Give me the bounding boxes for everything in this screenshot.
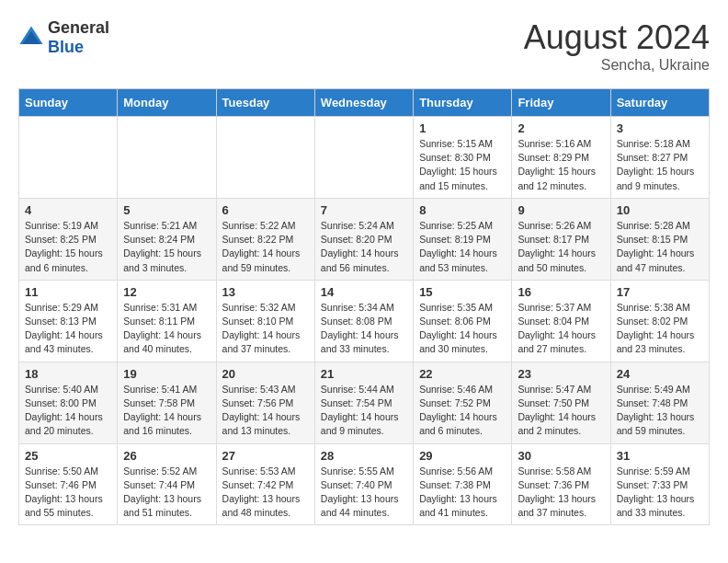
day-info: Sunrise: 5:18 AMSunset: 8:27 PMDaylight:… bbox=[617, 137, 703, 193]
day-info: Sunrise: 5:53 AMSunset: 7:42 PMDaylight:… bbox=[222, 465, 309, 521]
day-number: 6 bbox=[222, 203, 309, 217]
calendar-cell: 12Sunrise: 5:31 AMSunset: 8:11 PMDayligh… bbox=[118, 280, 216, 362]
day-info: Sunrise: 5:52 AMSunset: 7:44 PMDaylight:… bbox=[123, 465, 210, 521]
calendar-cell: 23Sunrise: 5:47 AMSunset: 7:50 PMDayligh… bbox=[512, 362, 610, 443]
calendar-cell: 13Sunrise: 5:32 AMSunset: 8:10 PMDayligh… bbox=[216, 280, 314, 362]
day-number: 23 bbox=[518, 367, 604, 381]
day-number: 5 bbox=[123, 203, 210, 217]
day-of-week-header: Tuesday bbox=[216, 89, 314, 117]
day-number: 4 bbox=[25, 203, 111, 217]
calendar-cell: 26Sunrise: 5:52 AMSunset: 7:44 PMDayligh… bbox=[118, 443, 216, 525]
calendar-cell: 2Sunrise: 5:16 AMSunset: 8:29 PMDaylight… bbox=[512, 117, 610, 199]
day-number: 27 bbox=[222, 449, 309, 463]
day-info: Sunrise: 5:40 AMSunset: 8:00 PMDaylight:… bbox=[25, 383, 111, 439]
calendar-cell: 21Sunrise: 5:44 AMSunset: 7:54 PMDayligh… bbox=[314, 362, 413, 443]
day-number: 24 bbox=[617, 367, 703, 381]
day-number: 9 bbox=[518, 203, 604, 217]
title-block: August 2024 Sencha, Ukraine bbox=[524, 18, 710, 74]
calendar-cell: 16Sunrise: 5:37 AMSunset: 8:04 PMDayligh… bbox=[512, 280, 610, 362]
day-number: 11 bbox=[25, 285, 111, 299]
day-number: 22 bbox=[419, 367, 506, 381]
day-number: 31 bbox=[617, 449, 703, 463]
logo-icon bbox=[18, 25, 44, 51]
calendar-cell: 5Sunrise: 5:21 AMSunset: 8:24 PMDaylight… bbox=[118, 198, 216, 280]
calendar-week-row: 11Sunrise: 5:29 AMSunset: 8:13 PMDayligh… bbox=[19, 280, 710, 362]
day-info: Sunrise: 5:34 AMSunset: 8:08 PMDaylight:… bbox=[321, 301, 407, 357]
day-info: Sunrise: 5:56 AMSunset: 7:38 PMDaylight:… bbox=[419, 465, 506, 521]
day-of-week-header: Thursday bbox=[414, 89, 512, 117]
calendar-cell: 17Sunrise: 5:38 AMSunset: 8:02 PMDayligh… bbox=[610, 280, 709, 362]
day-number: 17 bbox=[617, 285, 703, 299]
logo: General Blue bbox=[18, 18, 109, 57]
calendar-cell: 3Sunrise: 5:18 AMSunset: 8:27 PMDaylight… bbox=[610, 117, 709, 199]
day-number: 12 bbox=[123, 285, 210, 299]
day-info: Sunrise: 5:43 AMSunset: 7:56 PMDaylight:… bbox=[222, 383, 309, 439]
day-number: 16 bbox=[518, 285, 604, 299]
calendar-cell: 11Sunrise: 5:29 AMSunset: 8:13 PMDayligh… bbox=[19, 280, 118, 362]
calendar-cell bbox=[118, 117, 216, 199]
calendar-cell: 9Sunrise: 5:26 AMSunset: 8:17 PMDaylight… bbox=[512, 198, 610, 280]
day-number: 8 bbox=[419, 203, 506, 217]
logo-general-text: General bbox=[48, 18, 109, 37]
day-number: 19 bbox=[123, 367, 210, 381]
calendar-cell: 18Sunrise: 5:40 AMSunset: 8:00 PMDayligh… bbox=[19, 362, 118, 443]
calendar-header-row: SundayMondayTuesdayWednesdayThursdayFrid… bbox=[19, 89, 710, 117]
calendar-cell: 28Sunrise: 5:55 AMSunset: 7:40 PMDayligh… bbox=[314, 443, 413, 525]
day-info: Sunrise: 5:22 AMSunset: 8:22 PMDaylight:… bbox=[222, 219, 309, 275]
calendar-cell: 7Sunrise: 5:24 AMSunset: 8:20 PMDaylight… bbox=[314, 198, 413, 280]
day-of-week-header: Friday bbox=[512, 89, 610, 117]
day-info: Sunrise: 5:32 AMSunset: 8:10 PMDaylight:… bbox=[222, 301, 309, 357]
page-header: General Blue August 2024 Sencha, Ukraine bbox=[18, 18, 710, 74]
day-number: 21 bbox=[321, 367, 407, 381]
calendar-cell: 19Sunrise: 5:41 AMSunset: 7:58 PMDayligh… bbox=[118, 362, 216, 443]
day-info: Sunrise: 5:49 AMSunset: 7:48 PMDaylight:… bbox=[617, 383, 703, 439]
calendar-cell bbox=[216, 117, 314, 199]
calendar-cell: 27Sunrise: 5:53 AMSunset: 7:42 PMDayligh… bbox=[216, 443, 314, 525]
calendar-cell: 14Sunrise: 5:34 AMSunset: 8:08 PMDayligh… bbox=[314, 280, 413, 362]
day-info: Sunrise: 5:21 AMSunset: 8:24 PMDaylight:… bbox=[123, 219, 210, 275]
day-info: Sunrise: 5:19 AMSunset: 8:25 PMDaylight:… bbox=[25, 219, 111, 275]
day-info: Sunrise: 5:58 AMSunset: 7:36 PMDaylight:… bbox=[518, 465, 604, 521]
day-number: 2 bbox=[518, 121, 604, 135]
day-info: Sunrise: 5:35 AMSunset: 8:06 PMDaylight:… bbox=[419, 301, 506, 357]
logo-blue-text: Blue bbox=[48, 38, 84, 56]
calendar-week-row: 1Sunrise: 5:15 AMSunset: 8:30 PMDaylight… bbox=[19, 117, 710, 199]
day-number: 7 bbox=[321, 203, 407, 217]
day-info: Sunrise: 5:26 AMSunset: 8:17 PMDaylight:… bbox=[518, 219, 604, 275]
day-info: Sunrise: 5:59 AMSunset: 7:33 PMDaylight:… bbox=[617, 465, 703, 521]
day-number: 14 bbox=[321, 285, 407, 299]
day-info: Sunrise: 5:15 AMSunset: 8:30 PMDaylight:… bbox=[419, 137, 506, 193]
calendar-cell: 4Sunrise: 5:19 AMSunset: 8:25 PMDaylight… bbox=[19, 198, 118, 280]
day-of-week-header: Monday bbox=[118, 89, 216, 117]
calendar-cell: 20Sunrise: 5:43 AMSunset: 7:56 PMDayligh… bbox=[216, 362, 314, 443]
calendar-cell: 24Sunrise: 5:49 AMSunset: 7:48 PMDayligh… bbox=[610, 362, 709, 443]
calendar-table: SundayMondayTuesdayWednesdayThursdayFrid… bbox=[18, 88, 710, 525]
calendar-week-row: 18Sunrise: 5:40 AMSunset: 8:00 PMDayligh… bbox=[19, 362, 710, 443]
day-number: 1 bbox=[419, 121, 506, 135]
day-info: Sunrise: 5:28 AMSunset: 8:15 PMDaylight:… bbox=[617, 219, 703, 275]
calendar-cell bbox=[314, 117, 413, 199]
calendar-cell bbox=[19, 117, 118, 199]
day-number: 3 bbox=[617, 121, 703, 135]
calendar-cell: 30Sunrise: 5:58 AMSunset: 7:36 PMDayligh… bbox=[512, 443, 610, 525]
day-number: 28 bbox=[321, 449, 407, 463]
day-info: Sunrise: 5:38 AMSunset: 8:02 PMDaylight:… bbox=[617, 301, 703, 357]
day-number: 26 bbox=[123, 449, 210, 463]
day-number: 20 bbox=[222, 367, 309, 381]
day-info: Sunrise: 5:44 AMSunset: 7:54 PMDaylight:… bbox=[321, 383, 407, 439]
day-info: Sunrise: 5:31 AMSunset: 8:11 PMDaylight:… bbox=[123, 301, 210, 357]
day-info: Sunrise: 5:37 AMSunset: 8:04 PMDaylight:… bbox=[518, 301, 604, 357]
day-info: Sunrise: 5:24 AMSunset: 8:20 PMDaylight:… bbox=[321, 219, 407, 275]
day-number: 30 bbox=[518, 449, 604, 463]
day-number: 29 bbox=[419, 449, 506, 463]
day-number: 18 bbox=[25, 367, 111, 381]
day-info: Sunrise: 5:50 AMSunset: 7:46 PMDaylight:… bbox=[25, 465, 111, 521]
day-of-week-header: Sunday bbox=[19, 89, 118, 117]
calendar-cell: 25Sunrise: 5:50 AMSunset: 7:46 PMDayligh… bbox=[19, 443, 118, 525]
day-info: Sunrise: 5:29 AMSunset: 8:13 PMDaylight:… bbox=[25, 301, 111, 357]
day-of-week-header: Saturday bbox=[610, 89, 709, 117]
location-subtitle: Sencha, Ukraine bbox=[524, 57, 710, 74]
day-info: Sunrise: 5:16 AMSunset: 8:29 PMDaylight:… bbox=[518, 137, 604, 193]
calendar-cell: 22Sunrise: 5:46 AMSunset: 7:52 PMDayligh… bbox=[414, 362, 512, 443]
day-number: 15 bbox=[419, 285, 506, 299]
